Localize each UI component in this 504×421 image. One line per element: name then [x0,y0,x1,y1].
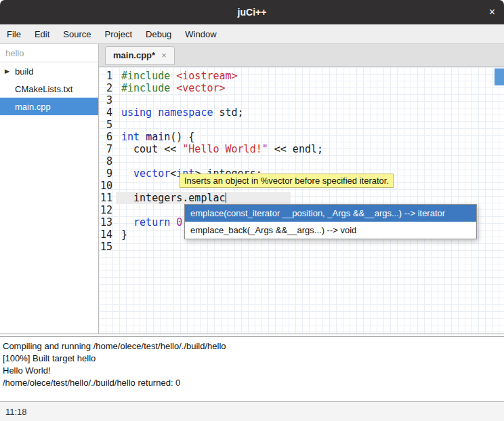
autocomplete-item[interactable]: emplace(const_iterator __position, _Args… [185,205,476,222]
cursor-position: 11:18 [5,407,27,417]
project-name: hello [0,44,98,62]
code-token: using namespace [121,106,213,119]
code-line-8: 8 [99,155,504,167]
menu-item-window[interactable]: Window [178,24,223,43]
window-title: juCi++ [0,0,504,24]
line-number: 4 [99,106,116,119]
code-line-5: 5 [99,119,504,131]
code-text [116,241,121,253]
code-token [140,131,146,143]
code-token: <iostream> [176,70,237,82]
window-close-icon[interactable]: × [489,0,495,24]
code-line-15: 15 [99,241,504,253]
code-text: cout << "Hello World!" << endl; [116,143,323,155]
code-editor[interactable]: 1#include <iostream>2#include <vector>34… [99,67,504,334]
tree-item-cmakelists-txt[interactable]: CMakeLists.txt [0,80,98,98]
title-bar[interactable]: juCi++ × [0,0,504,24]
code-text [116,155,121,167]
code-line-2: 2#include <vector> [99,82,504,94]
line-number: 11 [99,192,116,204]
app-window: juCi++ × FileEditSourceProjectDebugWindo… [0,0,504,421]
tab-label: main.cpp* [113,50,155,60]
code-token: << endl; [268,143,323,155]
line-number: 12 [99,204,116,216]
code-line-6: 6int main() { [99,131,504,143]
code-token: () { [170,131,194,143]
menu-bar: FileEditSourceProjectDebugWindow [0,24,504,44]
autocomplete-popup: emplace(const_iterator __position, _Args… [184,204,477,239]
menu-item-project[interactable]: Project [98,24,139,43]
code-token: < [170,167,176,180]
tab-bar: main.cpp* × [99,44,504,67]
code-token: return [133,216,170,228]
code-text: integers.emplac [116,192,226,204]
code-token: integers.emplac [121,192,226,204]
code-token: #include [121,82,176,94]
expander-icon[interactable]: ▶ [5,68,9,75]
code-token: cout << [121,143,182,155]
menu-item-file[interactable]: File [0,24,28,43]
code-text [116,119,121,131]
line-number: 8 [99,155,116,167]
doc-tooltip: Inserts an object in %vector before spec… [180,174,394,188]
code-token [121,167,133,180]
scrollbar-thumb[interactable] [495,68,504,85]
menu-item-debug[interactable]: Debug [139,24,178,43]
line-number: 6 [99,131,116,143]
menu-item-edit[interactable]: Edit [28,24,56,43]
line-number: 1 [99,70,116,82]
main-area: hello ▶buildCMakeLists.txtmain.cpp main.… [0,44,504,334]
line-number: 14 [99,228,116,241]
menu-item-source[interactable]: Source [56,24,98,43]
output-line: Compiling and running /home/olece/test/h… [3,340,501,353]
line-number: 7 [99,143,116,155]
line-number: 5 [99,119,116,131]
code-text: int main() { [116,131,194,143]
code-text: using namespace std; [116,106,244,119]
output-line: /home/olece/test/hello/./build/hello ret… [3,377,501,389]
file-tree: ▶buildCMakeLists.txtmain.cpp [0,62,98,115]
code-text: } [116,228,127,241]
code-token: main [146,131,170,143]
line-number: 9 [99,167,116,180]
tab-main-cpp[interactable]: main.cpp* × [105,46,175,65]
output-line: Hello World! [3,365,501,377]
code-text: return 0; [116,216,188,228]
autocomplete-item[interactable]: emplace_back(_Args &&__args...) --> void [185,222,476,239]
file-tree-panel: hello ▶buildCMakeLists.txtmain.cpp [0,44,99,334]
code-line-3: 3 [99,94,504,106]
code-text [116,204,121,216]
tree-item-label: CMakeLists.txt [0,84,72,94]
code-token: } [121,228,127,241]
line-number: 2 [99,82,116,94]
code-line-4: 4using namespace std; [99,106,504,119]
code-text [116,94,121,106]
code-line-1: 1#include <iostream> [99,70,504,82]
code-token: #include [121,70,176,82]
code-token: int [121,131,140,143]
status-bar: 11:18 [0,401,504,421]
line-number: 10 [99,180,116,192]
tree-item-build[interactable]: ▶build [0,62,98,80]
tree-item-main-cpp[interactable]: main.cpp [0,98,98,115]
line-number: 13 [99,216,116,228]
line-number: 3 [99,94,116,106]
line-number: 15 [99,241,116,253]
code-token: <vector> [176,82,225,94]
code-token: 0 [176,216,182,228]
code-line-11: 11 integers.emplac [99,192,504,204]
code-line-7: 7 cout << "Hello World!" << endl; [99,143,504,155]
tab-close-icon[interactable]: × [161,50,167,60]
code-token: "Hello World!" [182,143,268,155]
code-token [170,216,176,228]
code-token [121,216,133,228]
output-line: [100%] Built target hello [3,353,501,365]
code-text: #include <vector> [116,82,226,94]
editor-column: main.cpp* × 1#include <iostream>2#includ… [99,44,504,334]
code-text [116,180,121,192]
code-text: #include <iostream> [116,70,238,82]
terminal-output[interactable]: Compiling and running /home/olece/test/h… [0,337,504,401]
code-token: vector [133,167,170,180]
code-token: std; [213,106,243,119]
tree-item-label: main.cpp [0,102,51,112]
